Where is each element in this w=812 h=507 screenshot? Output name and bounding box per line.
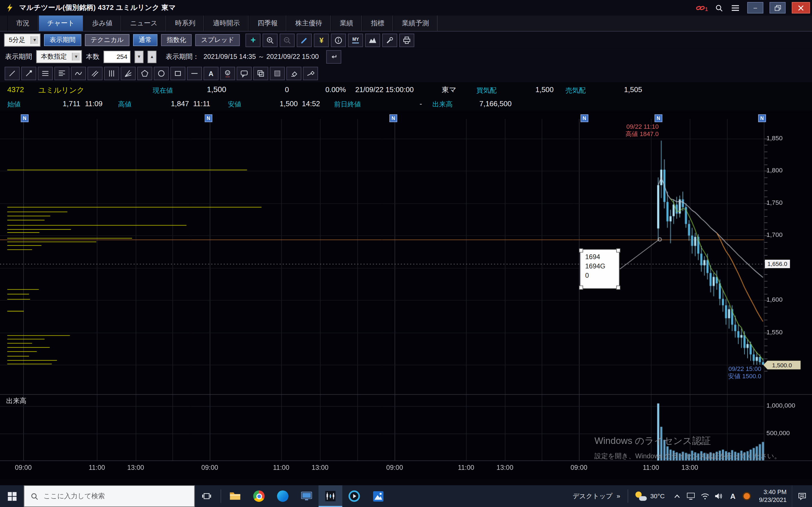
paste-icon[interactable] xyxy=(270,67,285,80)
tab-bar: 市況チャート歩み値ニュース時系列適時開示四季報株主優待業績指標業績予測 xyxy=(0,15,812,32)
area-chart-icon[interactable] xyxy=(365,33,380,47)
status-dot-icon[interactable] xyxy=(740,485,754,507)
handle-top-left[interactable] xyxy=(579,248,583,252)
parallel-lines-icon[interactable] xyxy=(87,67,102,80)
price-axis-label: 1,850 xyxy=(766,135,782,142)
rectangle-icon[interactable] xyxy=(170,67,185,80)
chart-area[interactable]: NNNNNN 09/22 11:10高値 1847.0 09/22 15:00安… xyxy=(0,111,812,479)
desktop-toolbar[interactable]: デスクトップ» xyxy=(567,492,625,501)
handle-bottom-right[interactable] xyxy=(616,286,620,290)
tab-業績予測[interactable]: 業績予測 xyxy=(393,15,438,31)
crosshair-add-icon[interactable]: + xyxy=(246,33,260,47)
close-button[interactable] xyxy=(792,2,810,13)
notification-icon[interactable] xyxy=(792,485,812,507)
reset-period-button[interactable] xyxy=(326,50,341,63)
eraser-icon[interactable] xyxy=(287,67,301,80)
count-up-button[interactable]: ▲ xyxy=(147,50,156,63)
search-icon[interactable] xyxy=(713,2,724,13)
trendline-icon[interactable] xyxy=(5,67,20,80)
tab-チャート[interactable]: チャート xyxy=(38,15,84,31)
zoom-out-icon[interactable] xyxy=(280,33,295,47)
taskbar: ここに入力して検索 xyxy=(0,485,812,507)
text-tool-icon[interactable]: A xyxy=(204,67,218,80)
tab-ニュース[interactable]: ニュース xyxy=(121,15,166,31)
app-logo-icon xyxy=(4,2,15,13)
maximize-button[interactable] xyxy=(769,2,785,13)
media-app-icon[interactable] xyxy=(342,485,366,507)
taskbar-clock[interactable]: 3:40 PM 9/23/2021 xyxy=(754,489,792,504)
news-marker-icon[interactable]: N xyxy=(758,114,766,122)
tab-指標[interactable]: 指標 xyxy=(362,15,393,31)
edge-icon[interactable] xyxy=(271,485,295,507)
wifi-icon[interactable] xyxy=(698,485,712,507)
news-marker-icon[interactable]: N xyxy=(389,114,397,122)
tab-歩み値[interactable]: 歩み値 xyxy=(84,15,121,31)
zoom-in-icon[interactable] xyxy=(263,33,278,47)
vertical-lines-icon[interactable] xyxy=(104,67,119,80)
news-marker-icon[interactable]: N xyxy=(205,114,213,122)
trading-app-icon[interactable] xyxy=(319,485,342,507)
time-axis-label: 13:00 xyxy=(127,464,144,471)
drawn-line-tooltip[interactable]: 1694 1694G 0 xyxy=(580,249,619,289)
ime-indicator[interactable]: A xyxy=(726,485,740,507)
chart-canvas[interactable] xyxy=(0,111,812,479)
horizontal-lines-icon[interactable] xyxy=(38,67,53,80)
menu-icon[interactable] xyxy=(730,2,741,13)
horizontal-line-icon[interactable] xyxy=(187,67,202,80)
task-view-button[interactable] xyxy=(195,485,218,507)
count-down-button[interactable]: ▼ xyxy=(135,50,143,63)
print-icon[interactable] xyxy=(400,33,414,47)
fan-lines-icon[interactable] xyxy=(121,67,136,80)
chrome-icon[interactable] xyxy=(247,485,271,507)
tab-四季報[interactable]: 四季報 xyxy=(249,15,287,31)
count-mode-select[interactable]: 本数指定▼ xyxy=(36,50,82,63)
timeframe-select[interactable]: 5分足▼ xyxy=(4,34,40,47)
index-mode-button[interactable]: 指数化 xyxy=(161,34,192,46)
spread-mode-button[interactable]: スプレッド xyxy=(195,34,240,46)
stamp-icon[interactable]: icon xyxy=(220,67,235,80)
drawn-line-price-badge: 1,656.0 xyxy=(765,260,790,268)
pentagon-icon[interactable] xyxy=(137,67,152,80)
start-button[interactable] xyxy=(0,485,24,507)
link-icon[interactable]: 1 xyxy=(696,4,708,12)
main-toolbar: 5分足▼ 表示期間 テクニカル 通常 指数化 スプレッド +¥MY xyxy=(0,32,812,49)
photos-app-icon[interactable] xyxy=(366,485,390,507)
tab-市況[interactable]: 市況 xyxy=(7,15,38,31)
info-icon[interactable] xyxy=(331,33,346,47)
copy-icon[interactable] xyxy=(253,67,268,80)
settings-wrench-icon[interactable] xyxy=(382,33,397,47)
monitor-app-icon[interactable] xyxy=(295,485,318,507)
minimize-button[interactable]: – xyxy=(747,2,763,13)
speaker-icon[interactable] xyxy=(712,485,726,507)
yen-icon[interactable]: ¥ xyxy=(314,33,329,47)
circle-icon[interactable] xyxy=(154,67,169,80)
bar-count-input[interactable]: 254 xyxy=(103,50,131,63)
handle-bottom-left[interactable] xyxy=(579,286,583,290)
news-marker-icon[interactable]: N xyxy=(20,114,29,122)
curve-icon[interactable] xyxy=(71,67,86,80)
price-lines-icon[interactable] xyxy=(54,67,69,80)
weather-widget[interactable]: 30°C xyxy=(630,492,670,501)
current-price-label: 現在値 xyxy=(153,86,173,95)
normal-mode-button[interactable]: 通常 xyxy=(133,34,157,46)
draw-pencil-icon[interactable] xyxy=(297,33,312,47)
news-marker-icon[interactable]: N xyxy=(655,114,663,122)
tab-株主優待[interactable]: 株主優待 xyxy=(287,15,331,31)
temperature: 30°C xyxy=(650,493,665,500)
display-period-button[interactable]: 表示期間 xyxy=(44,34,81,46)
balloon-icon[interactable] xyxy=(237,67,252,80)
tab-適時開示[interactable]: 適時開示 xyxy=(204,15,249,31)
handle-top-right[interactable] xyxy=(616,248,620,252)
windows-activation-watermark: Windows のライセンス認証 設定を開き、Windows のライセンス認証を… xyxy=(595,435,781,461)
news-marker-icon[interactable]: N xyxy=(580,114,589,122)
technical-button[interactable]: テクニカル xyxy=(85,34,130,46)
my-chart-icon[interactable]: MY xyxy=(348,33,363,47)
ray-line-icon[interactable] xyxy=(21,67,36,80)
erase-line-icon[interactable] xyxy=(303,67,318,80)
file-explorer-icon[interactable] xyxy=(223,485,247,507)
taskbar-search-box[interactable]: ここに入力して検索 xyxy=(24,485,195,507)
tab-時系列[interactable]: 時系列 xyxy=(166,15,204,31)
tab-業績[interactable]: 業績 xyxy=(331,15,362,31)
display-tray-icon[interactable] xyxy=(684,485,698,507)
hidden-icons-chevron[interactable] xyxy=(670,485,684,507)
